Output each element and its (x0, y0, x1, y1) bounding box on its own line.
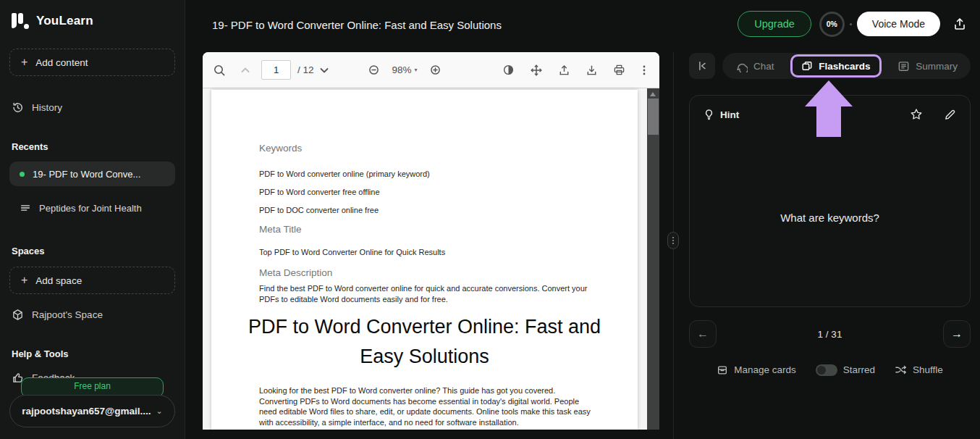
tab-flashcards-label: Flashcards (819, 61, 870, 72)
plus-icon: + (21, 275, 28, 286)
panel-tabbar: Chat Flashcards Summary (722, 53, 971, 79)
help-tools-heading: Help & Tools (9, 348, 175, 359)
collapse-panel-icon (696, 60, 708, 72)
hint-label: Hint (720, 109, 739, 120)
summary-doc-icon (897, 60, 910, 72)
upgrade-button[interactable]: Upgrade (738, 11, 811, 37)
cube-icon (12, 309, 24, 321)
space-item-label: Rajpoot's Space (32, 309, 103, 320)
chat-bubble-icon (735, 60, 748, 72)
history-label: History (32, 102, 62, 113)
print-icon[interactable] (613, 64, 625, 76)
add-space-label: Add space (35, 275, 82, 286)
open-file-icon[interactable] (558, 64, 570, 76)
panel-resize-handle[interactable] (667, 232, 679, 249)
zoom-in-icon[interactable] (429, 64, 442, 77)
app-logo[interactable]: YouLearn (9, 0, 175, 31)
theme-contrast-icon[interactable] (502, 64, 515, 76)
active-dot-icon (20, 172, 25, 177)
doc-intro-paragraph: Looking for the best PDF to Word convert… (259, 385, 596, 428)
list-lines-icon (20, 202, 31, 214)
flashcard-pager: ← 1 / 31 → (689, 320, 971, 348)
pdf-toolbar: / 12 98% ▾ (203, 52, 659, 88)
shuffle-icon (895, 364, 907, 376)
manage-cards-label: Manage cards (734, 364, 796, 375)
progress-badge[interactable]: 0% (819, 12, 845, 37)
header-actions: Upgrade 0% Voice Mode (738, 11, 967, 37)
tab-chat[interactable]: Chat (730, 60, 780, 72)
account-menu-button[interactable]: rajpootshayan657@gmail.... ⌄ (9, 395, 175, 427)
separator-dot (850, 23, 852, 25)
doc-keyword-line: PDF to Word converter free offline (259, 188, 638, 196)
pdf-page: Keywords PDF to Word converter online (p… (211, 90, 638, 430)
doc-keyword-line: PDF to Word converter online (primary ke… (259, 170, 638, 178)
recent-item-peptides[interactable]: Peptides for Joint Health (9, 196, 175, 220)
pdf-viewer: / 12 98% ▾ (203, 52, 659, 430)
plus-icon: + (21, 57, 28, 68)
download-icon[interactable] (586, 64, 598, 76)
doc-keywords-heading: Keywords (259, 143, 638, 154)
pan-tool-icon[interactable] (530, 64, 543, 77)
add-content-label: Add content (35, 57, 88, 68)
chevron-down-icon: ⌄ (156, 406, 163, 416)
recent-item-label: Peptides for Joint Health (39, 203, 142, 214)
content-title: 19- PDF to Word Converter Online: Fast a… (212, 19, 502, 31)
shuffle-label: Shuffle (913, 364, 943, 375)
manage-cards-button[interactable]: Manage cards (717, 364, 796, 376)
history-clock-icon (12, 101, 24, 114)
doc-meta-description: Find the best PDF to Word converter onli… (259, 283, 592, 305)
sidebar-item-rajpoots-space[interactable]: Rajpoot's Space (9, 306, 175, 323)
starred-label: Starred (843, 364, 875, 375)
sidebar: YouLearn + Add content History Recents 1… (0, 0, 185, 439)
star-icon[interactable] (910, 108, 923, 121)
tab-summary[interactable]: Summary (892, 60, 963, 72)
doc-meta-title: Top PDF to Word Converter Online for Qui… (259, 248, 638, 256)
flashcard-controls: Manage cards Starred Shuffle (689, 364, 971, 376)
next-page-icon[interactable] (318, 64, 330, 76)
sidebar-item-history[interactable]: History (9, 99, 175, 116)
youlearn-logo-icon (9, 11, 30, 31)
lightbulb-icon (704, 109, 714, 120)
page-number-input[interactable] (261, 60, 291, 80)
doc-main-heading: PDF to Word Converter Online: Fast and E… (211, 312, 638, 372)
tab-chat-label: Chat (753, 61, 774, 72)
shuffle-button[interactable]: Shuffle (895, 364, 943, 376)
search-icon[interactable] (213, 64, 226, 77)
starred-toggle[interactable] (816, 364, 837, 376)
edit-pencil-icon[interactable] (944, 109, 956, 121)
account-email: rajpootshayan657@gmail.... (22, 406, 151, 417)
study-panel: Chat Flashcards Summary Hint Wha (689, 52, 971, 439)
more-options-kebab-icon[interactable] (639, 64, 649, 76)
zoom-out-icon[interactable] (368, 64, 381, 77)
flashcards-icon (801, 60, 813, 72)
tab-flashcards[interactable]: Flashcards (790, 54, 881, 78)
share-icon[interactable] (952, 17, 967, 31)
caret-down-icon: ▾ (415, 67, 418, 73)
scroll-up-arrow-icon[interactable] (650, 92, 656, 96)
document-content: Keywords PDF to Word converter online (p… (211, 90, 638, 430)
annotation-arrow-up-icon (805, 80, 853, 106)
zoom-level-dropdown[interactable]: 98% ▾ (392, 64, 418, 75)
flashcard-question: What are keywords? (690, 212, 970, 224)
pdf-scroll-area[interactable]: Keywords PDF to Word converter online (p… (203, 88, 659, 430)
app-name: YouLearn (36, 14, 93, 28)
previous-page-icon[interactable] (240, 64, 251, 76)
recents-heading: Recents (9, 141, 175, 152)
pdf-scrollbar[interactable] (647, 88, 659, 430)
recent-item-label: 19- PDF to Word Conve... (33, 169, 140, 180)
tab-summary-label: Summary (916, 61, 958, 72)
voice-mode-button[interactable]: Voice Mode (857, 12, 940, 36)
spaces-heading: Spaces (9, 246, 175, 256)
recent-item-pdf-to-word[interactable]: 19- PDF to Word Conve... (9, 162, 175, 186)
card-box-icon (717, 364, 728, 376)
scrollbar-thumb[interactable] (648, 99, 659, 135)
add-content-button[interactable]: + Add content (9, 49, 175, 76)
doc-keyword-line: PDF to DOC converter online free (259, 206, 638, 214)
doc-meta-title-heading: Meta Title (259, 224, 638, 235)
starred-filter[interactable]: Starred (816, 364, 875, 376)
annotation-arrow-shaft (816, 106, 841, 137)
collapse-panel-button[interactable] (689, 53, 715, 79)
add-space-button[interactable]: + Add space (9, 267, 175, 294)
page-count-label: / 12 (297, 64, 314, 75)
card-counter: 1 / 31 (689, 329, 971, 340)
